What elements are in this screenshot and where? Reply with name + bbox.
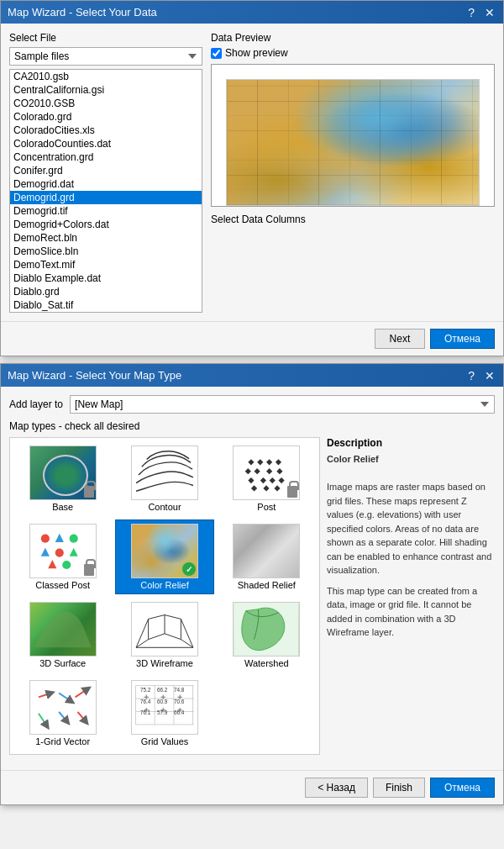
- file-item[interactable]: CA2010.gsb: [10, 70, 202, 83]
- finish-button[interactable]: Finish: [373, 778, 425, 798]
- file-item[interactable]: DemoRect.bln: [10, 231, 202, 245]
- svg-line-29: [77, 712, 86, 722]
- map-type-label-color-relief: Color Relief: [140, 580, 188, 590]
- thumb-shaded-relief: [233, 524, 300, 578]
- map-type-contour[interactable]: Contour: [115, 441, 213, 516]
- svg-text:74.8: 74.8: [174, 687, 185, 693]
- thumb-classed-post: [29, 524, 97, 578]
- file-item[interactable]: DemoText.mif: [10, 258, 202, 272]
- dialog1-footer: Next Отмена: [1, 321, 503, 356]
- file-item[interactable]: ColoradoCities.xls: [10, 124, 202, 137]
- cancel-button-1[interactable]: Отмена: [430, 329, 495, 349]
- check-icon: ✓: [182, 562, 196, 576]
- help-button-1[interactable]: ?: [466, 7, 476, 18]
- title-bar-1: Map Wizard - Select Your Data ? ✕: [1, 1, 503, 24]
- description-label: Description: [327, 437, 495, 449]
- svg-marker-9: [260, 477, 266, 483]
- svg-marker-14: [275, 485, 281, 491]
- svg-point-19: [55, 549, 63, 557]
- svg-marker-12: [251, 485, 257, 491]
- svg-marker-3: [276, 459, 281, 465]
- file-item[interactable]: ExampleDataSetC.xls: [10, 312, 202, 313]
- map-type-1grid-vector[interactable]: 1-Grid Vector: [13, 676, 112, 751]
- file-item[interactable]: DemoSlice.bln: [10, 245, 202, 258]
- file-item[interactable]: Demogrid+Colors.dat: [10, 218, 202, 231]
- preview-image: [226, 79, 480, 206]
- file-item[interactable]: CO2010.GSB: [10, 97, 202, 110]
- svg-marker-5: [255, 468, 260, 474]
- svg-line-24: [39, 693, 51, 698]
- svg-line-27: [39, 714, 47, 726]
- data-preview-label: Data Preview: [211, 32, 495, 44]
- dialog1-content: Select File Sample files CA2010.gsbCentr…: [1, 24, 503, 321]
- file-item[interactable]: ColoradoCounties.dat: [10, 137, 202, 150]
- cancel-button-2[interactable]: Отмена: [430, 778, 495, 798]
- map-type-classed-post[interactable]: Classed Post: [13, 519, 112, 594]
- map-type-color-relief[interactable]: ✓Color Relief: [115, 519, 213, 594]
- next-button[interactable]: Next: [375, 329, 425, 349]
- map-type-label-3d-surface: 3D Surface: [39, 658, 86, 668]
- file-item[interactable]: Diablo Example.dat: [10, 272, 202, 285]
- file-item[interactable]: Conifer.grd: [10, 164, 202, 177]
- map-type-watershed[interactable]: Watershed: [218, 598, 316, 672]
- map-type-label-shaded-relief: Shaded Relief: [238, 580, 296, 590]
- thumb-post: [233, 446, 300, 500]
- svg-point-22: [62, 561, 71, 569]
- svg-marker-4: [245, 468, 251, 474]
- preview-image-container: [211, 64, 495, 207]
- file-item[interactable]: Colorado.grd: [10, 110, 202, 124]
- map-type-shaded-relief[interactable]: Shaded Relief: [218, 519, 316, 594]
- map-type-post[interactable]: Post: [218, 441, 316, 516]
- file-item[interactable]: CentralCalifornia.gsi: [10, 83, 202, 97]
- svg-line-26: [75, 689, 87, 698]
- thumb-color-relief: ✓: [131, 524, 198, 578]
- lock-icon: [287, 486, 297, 498]
- map-type-3d-surface[interactable]: 3D Surface: [13, 598, 112, 672]
- dialog2-content: Add layer to [New Map] Map types - check…: [1, 387, 503, 763]
- svg-text:66.2: 66.2: [157, 687, 168, 693]
- select-data-columns-label: Select Data Columns: [211, 214, 495, 225]
- add-layer-label: Add layer to: [9, 398, 63, 410]
- file-list-container[interactable]: CA2010.gsbCentralCalifornia.gsiCO2010.GS…: [9, 69, 202, 313]
- thumb-grid-values: 75.266.274.876.460.970.676.157.966.4: [131, 680, 198, 735]
- show-preview-checkbox[interactable]: [211, 48, 222, 59]
- thumb-3d-surface: [29, 602, 97, 657]
- map-type-3d-wireframe[interactable]: 3D Wireframe: [115, 598, 213, 672]
- map-type-base[interactable]: Base: [13, 441, 112, 516]
- dialog2-footer: < Назад Finish Отмена: [1, 770, 503, 804]
- file-item[interactable]: Concentration.grd: [10, 150, 202, 164]
- map-type-label-watershed: Watershed: [244, 658, 289, 668]
- svg-marker-0: [249, 459, 255, 465]
- svg-text:60.9: 60.9: [157, 699, 168, 704]
- file-item[interactable]: Demogrid.dat: [10, 177, 202, 191]
- add-layer-dropdown[interactable]: [New Map]: [70, 395, 495, 414]
- map-types-grid-wrapper: BaseContourPostClassed Post✓Color Relief…: [9, 437, 495, 755]
- file-item[interactable]: Demogrid.grd: [10, 191, 202, 204]
- lock-icon: [84, 564, 94, 576]
- svg-marker-16: [55, 534, 63, 542]
- file-item[interactable]: Diablo_Sat.tif: [10, 298, 202, 312]
- select-file-panel: Select File Sample files CA2010.gsbCentr…: [9, 32, 202, 313]
- map-types-label: Map types - check all desired: [9, 420, 495, 432]
- svg-point-15: [40, 535, 49, 543]
- file-item[interactable]: Diablo.grd: [10, 285, 202, 298]
- help-button-2[interactable]: ?: [466, 370, 476, 382]
- map-type-label-1grid-vector: 1-Grid Vector: [35, 736, 90, 746]
- map-type-label-classed-post: Classed Post: [35, 580, 90, 590]
- sample-files-dropdown[interactable]: Sample files: [9, 47, 202, 66]
- back-button[interactable]: < Назад: [305, 778, 368, 798]
- map-types-grid: BaseContourPostClassed Post✓Color Relief…: [9, 437, 320, 755]
- thumb-3d-wireframe: [131, 602, 198, 657]
- map-type-grid-values[interactable]: 75.266.274.876.460.970.676.157.966.4Grid…: [115, 676, 213, 751]
- map-type-label-grid-values: Grid Values: [141, 736, 189, 746]
- close-button-2[interactable]: ✕: [483, 370, 496, 382]
- show-preview-label: Show preview: [225, 47, 288, 59]
- close-button-1[interactable]: ✕: [483, 7, 496, 18]
- add-layer-row: Add layer to [New Map]: [9, 395, 495, 414]
- thumb-watershed: [233, 602, 300, 657]
- thumb-contour: [131, 446, 198, 500]
- file-item[interactable]: Demogrid.tif: [10, 204, 202, 218]
- svg-text:76.1: 76.1: [140, 709, 151, 715]
- dialog2-title: Map Wizard - Select Your Map Type: [8, 369, 181, 382]
- show-preview-row: Show preview: [211, 47, 495, 59]
